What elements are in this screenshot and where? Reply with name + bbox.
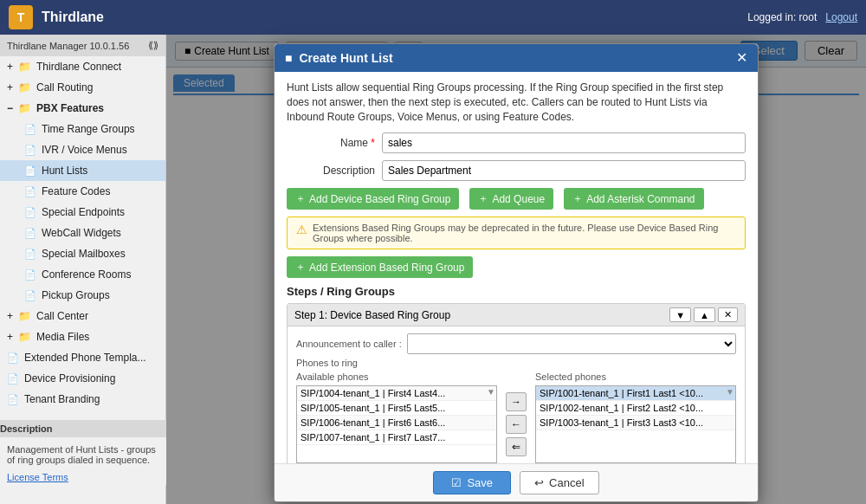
transfer-col: → ← ⇐: [506, 372, 527, 463]
step-delete-button[interactable]: ✕: [718, 307, 738, 322]
sidebar-item-pickup-groups[interactable]: 📄 Pickup Groups: [0, 285, 165, 306]
add-buttons-row: ＋ Add Device Based Ring Group ＋ Add Queu…: [287, 188, 746, 210]
doc-icon: 📄: [7, 373, 19, 384]
list-item[interactable]: SIP/1003-tenant_1 | First3 Last3 <10...: [536, 416, 735, 430]
folder-icon: 📁: [18, 331, 31, 343]
step-dropdown-button[interactable]: ▼: [669, 307, 691, 322]
add-asterisk-command-button[interactable]: ＋ Add Asterisk Command: [564, 188, 703, 210]
sidebar-item-label: Special Mailboxes: [42, 248, 126, 260]
sidebar-item-media-files[interactable]: + 📁 Media Files: [0, 326, 165, 347]
plus-icon: ＋: [478, 191, 488, 206]
doc-icon: 📄: [24, 207, 36, 218]
available-phones-list[interactable]: SIP/1004-tenant_1 | First4 Last4... SIP/…: [296, 385, 497, 463]
sidebar-item-label: Thirdlane Connect: [36, 61, 121, 73]
sidebar: Thirdlane Manager 10.0.1.56 ⟪⟫ + 📁 Third…: [0, 35, 166, 504]
desc-title: Description: [0, 420, 166, 437]
add-extension-ring-group-button[interactable]: ＋ Add Extension Based Ring Group: [287, 256, 473, 278]
transfer-left-button[interactable]: ←: [506, 415, 527, 434]
filter-icon[interactable]: ▼: [487, 387, 495, 397]
announcement-select[interactable]: [407, 333, 736, 354]
selected-phones-list[interactable]: SIP/1001-tenant_1 | First1 Last1 <10... …: [535, 385, 736, 463]
doc-icon: 📄: [7, 394, 19, 405]
sidebar-item-label: Time Range Groups: [42, 123, 135, 135]
logout-button[interactable]: Logout: [825, 11, 857, 23]
sidebar-item-conference-rooms[interactable]: 📄 Conference Rooms: [0, 264, 165, 285]
topbar: T Thirdlane Logged in: root Logout: [0, 0, 866, 35]
list-item[interactable]: SIP/1001-tenant_1 | First1 Last1 <10...: [536, 386, 735, 401]
step-1-body: Announcement to caller : Phones to ring: [288, 326, 745, 463]
sidebar-item-label: PBX Features: [36, 102, 104, 114]
list-item[interactable]: SIP/1007-tenant_1 | First7 Last7...: [297, 430, 496, 445]
folder-icon: 📁: [18, 81, 31, 94]
content-area: ■ Create Hunt List ● Delete Selected ↻ S…: [166, 35, 866, 504]
modal-title: Create Hunt List: [299, 51, 729, 65]
sidebar-item-label: Conference Rooms: [42, 268, 131, 281]
list-item[interactable]: SIP/1005-tenant_1 | First5 Last5...: [297, 401, 496, 416]
topbar-right: Logged in: root Logout: [747, 11, 857, 23]
desc-row: Description: [287, 160, 746, 181]
doc-icon: 📄: [24, 124, 36, 135]
sidebar-item-webcall-widgets[interactable]: 📄 WebCall Widgets: [0, 223, 165, 243]
modal-header: ■ Create Hunt List ✕: [275, 44, 758, 72]
plus-icon: ＋: [295, 260, 306, 275]
plus-icon: ＋: [295, 191, 306, 206]
sidebar-item-thirdlane-connect[interactable]: + 📁 Thirdlane Connect: [0, 56, 165, 77]
sidebar-item-feature-codes[interactable]: 📄 Feature Codes: [0, 181, 165, 202]
name-input[interactable]: [382, 132, 746, 153]
folder-icon: 📁: [18, 102, 31, 114]
doc-icon: 📄: [24, 249, 36, 260]
sidebar-item-hunt-lists[interactable]: 📄 Hunt Lists: [0, 160, 165, 181]
doc-icon: 📄: [24, 290, 36, 301]
doc-icon: 📄: [7, 352, 19, 364]
list-item[interactable]: SIP/1006-tenant_1 | First6 Last6...: [297, 416, 496, 430]
list-item[interactable]: SIP/1002-tenant_1 | First2 Last2 <10...: [536, 401, 735, 416]
doc-icon: 📄: [24, 269, 36, 281]
selected-phones-label: Selected phones: [535, 372, 736, 382]
sidebar-item-tenant-branding[interactable]: 📄 Tenant Branding: [0, 389, 165, 410]
available-phones-col: Available phones SIP/1004-tenant_1 | Fir…: [296, 372, 497, 463]
filter-icon[interactable]: ▼: [726, 387, 734, 397]
step-1-block: Step 1: Device Based Ring Group ▼ ▲ ✕: [287, 303, 746, 463]
sidebar-item-label: IVR / Voice Menus: [42, 144, 127, 156]
modal-description: Hunt Lists allow sequential Ring Groups …: [287, 81, 746, 124]
doc-icon: 📄: [24, 228, 36, 239]
expand-icon: +: [7, 61, 13, 73]
add-queue-button[interactable]: ＋ Add Queue: [469, 188, 553, 210]
sidebar-manager-label: Thirdlane Manager 10.0.1.56 ⟪⟫: [0, 35, 165, 56]
cancel-button[interactable]: ↩ Cancel: [520, 471, 598, 494]
save-button[interactable]: ☑ Save: [433, 471, 511, 494]
sidebar-item-time-range-groups[interactable]: 📄 Time Range Groups: [0, 119, 165, 139]
sidebar-item-extended-phone-template[interactable]: 📄 Extended Phone Templa...: [0, 347, 165, 368]
transfer-all-left-button[interactable]: ⇐: [506, 437, 527, 456]
expand-icon: −: [7, 102, 13, 114]
sidebar-item-label: Call Center: [36, 310, 88, 322]
sidebar-collapse-icon[interactable]: ⟪⟫: [148, 40, 158, 51]
name-label: Name: [287, 137, 382, 149]
app-title: Thirdlane: [42, 10, 104, 25]
sidebar-item-ivr-voice-menus[interactable]: 📄 IVR / Voice Menus: [0, 139, 165, 160]
add-device-ring-group-button[interactable]: ＋ Add Device Based Ring Group: [287, 188, 459, 210]
sidebar-item-call-routing[interactable]: + 📁 Call Routing: [0, 77, 165, 98]
app-logo: T: [9, 5, 33, 29]
desc-input[interactable]: [382, 160, 746, 181]
sidebar-item-label: Special Endpoints: [42, 206, 125, 218]
sidebar-item-special-mailboxes[interactable]: 📄 Special Mailboxes: [0, 243, 165, 264]
warning-box: ⚠ Extensions Based Ring Groups may be de…: [287, 216, 746, 249]
modal-close-button[interactable]: ✕: [736, 51, 747, 65]
step-up-button[interactable]: ▲: [694, 307, 715, 322]
sidebar-item-call-center[interactable]: + 📁 Call Center: [0, 306, 165, 326]
name-row: Name: [287, 132, 746, 153]
list-item[interactable]: SIP/1004-tenant_1 | First4 Last4...: [297, 386, 496, 401]
transfer-right-button[interactable]: →: [506, 392, 527, 411]
cancel-icon: ↩: [534, 476, 544, 489]
sidebar-item-special-endpoints[interactable]: 📄 Special Endpoints: [0, 202, 165, 223]
step-controls: ▼ ▲ ✕: [669, 307, 738, 322]
sidebar-item-pbx-features[interactable]: − 📁 PBX Features: [0, 98, 165, 119]
modal-footer: ☑ Save ↩ Cancel: [275, 463, 758, 501]
sidebar-item-label: Extended Phone Templa...: [24, 352, 146, 364]
desc-panel: Description Management of Hunt Lists - g…: [0, 424, 166, 485]
step-1-title: Step 1: Device Based Ring Group: [294, 309, 664, 321]
main-layout: Thirdlane Manager 10.0.1.56 ⟪⟫ + 📁 Third…: [0, 35, 866, 504]
sidebar-item-device-provisioning[interactable]: 📄 Device Provisioning: [0, 368, 165, 389]
license-link[interactable]: License Terms: [7, 472, 68, 482]
